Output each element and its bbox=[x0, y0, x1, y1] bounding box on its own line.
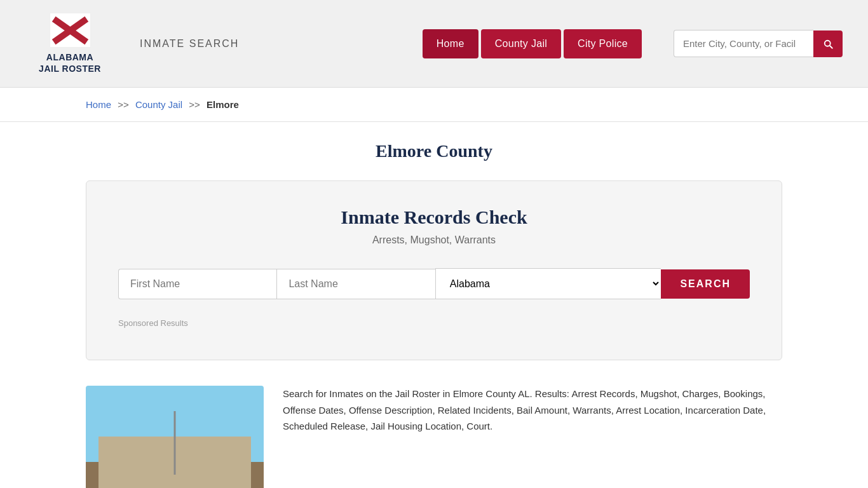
records-card-title: Inmate Records Check bbox=[118, 207, 750, 228]
alabama-flag-icon bbox=[50, 13, 91, 48]
description-text: Search for Inmates on the Jail Roster in… bbox=[283, 386, 782, 435]
breadcrumb: Home >> County Jail >> Elmore bbox=[0, 88, 868, 122]
first-name-input[interactable] bbox=[118, 269, 276, 299]
header-search-input[interactable] bbox=[674, 30, 813, 57]
header-search-button[interactable] bbox=[813, 30, 843, 57]
bottom-section: Search for Inmates on the Jail Roster in… bbox=[86, 386, 782, 488]
breadcrumb-separator-1: >> bbox=[118, 99, 129, 110]
nav-city-police-button[interactable]: City Police bbox=[564, 29, 642, 58]
logo-area: ALABAMA JAIL ROSTER bbox=[25, 13, 114, 74]
last-name-input[interactable] bbox=[276, 269, 435, 299]
breadcrumb-current: Elmore bbox=[207, 99, 239, 110]
search-icon bbox=[822, 38, 834, 50]
records-search-form: AlabamaAlaskaArizonaArkansasCaliforniaCo… bbox=[118, 268, 750, 299]
inmate-search-label: INMATE SEARCH bbox=[140, 38, 239, 50]
main-content: Elmore County Inmate Records Check Arres… bbox=[0, 122, 868, 488]
sponsored-label: Sponsored Results bbox=[118, 318, 750, 328]
main-nav: Home County Jail City Police bbox=[423, 29, 642, 58]
site-logo-title: ALABAMA JAIL ROSTER bbox=[39, 51, 101, 74]
breadcrumb-home-link[interactable]: Home bbox=[86, 99, 111, 110]
site-header: ALABAMA JAIL ROSTER INMATE SEARCH Home C… bbox=[0, 0, 868, 88]
page-title: Elmore County bbox=[86, 141, 782, 161]
records-card: Inmate Records Check Arrests, Mugshot, W… bbox=[86, 180, 782, 360]
records-card-subtitle: Arrests, Mugshot, Warrants bbox=[118, 234, 750, 246]
breadcrumb-separator-2: >> bbox=[189, 99, 200, 110]
state-select[interactable]: AlabamaAlaskaArizonaArkansasCaliforniaCo… bbox=[435, 268, 661, 299]
records-search-button[interactable]: SEARCH bbox=[661, 269, 750, 299]
building-image bbox=[86, 386, 264, 488]
nav-county-jail-button[interactable]: County Jail bbox=[481, 29, 561, 58]
nav-home-button[interactable]: Home bbox=[423, 29, 478, 58]
breadcrumb-county-jail-link[interactable]: County Jail bbox=[135, 99, 182, 110]
header-search-area bbox=[674, 30, 843, 57]
